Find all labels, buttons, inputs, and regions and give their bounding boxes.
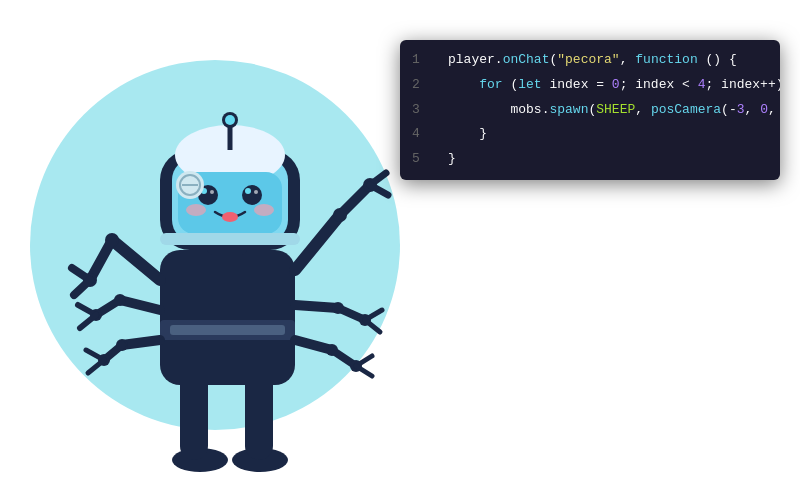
line-number: 3	[412, 100, 432, 121]
svg-point-13	[242, 185, 262, 205]
code-token: .	[495, 52, 503, 67]
code-token: }	[448, 126, 487, 141]
svg-line-43	[295, 215, 340, 270]
line-number: 1	[412, 50, 432, 71]
code-token: ; index++) {	[705, 77, 780, 92]
svg-rect-4	[160, 250, 295, 385]
svg-line-49	[295, 305, 338, 308]
code-token: ,	[620, 52, 636, 67]
svg-line-42	[88, 360, 104, 373]
code-token: mobs	[448, 102, 542, 117]
code-line: 2 for (let index = 0; index < 4; index++…	[400, 73, 780, 98]
svg-point-18	[186, 204, 206, 216]
code-token: }	[448, 151, 456, 166]
scene: 1player.onChat("pecora", function () {2 …	[0, 0, 800, 500]
code-token: let	[518, 77, 541, 92]
code-line: 1player.onChat("pecora", function () {	[400, 48, 780, 73]
code-token: spawn	[549, 102, 588, 117]
code-lines: 1player.onChat("pecora", function () {2 …	[400, 40, 780, 180]
code-token: () {	[698, 52, 737, 67]
code-line: 4 }	[400, 122, 780, 147]
svg-point-19	[254, 204, 274, 216]
code-token: SHEEP	[596, 102, 635, 117]
code-token: index =	[542, 77, 612, 92]
code-token: for	[448, 77, 503, 92]
code-line: 3 mobs.spawn(SHEEP, posCamera(-3, 0, 8))	[400, 98, 780, 123]
svg-point-16	[210, 190, 214, 194]
code-token: player	[448, 52, 495, 67]
code-token: 3	[737, 102, 745, 117]
svg-point-17	[254, 190, 258, 194]
robot-character	[60, 40, 400, 480]
svg-line-54	[365, 320, 380, 332]
svg-line-48	[370, 185, 388, 195]
code-token: ,	[768, 102, 780, 117]
svg-point-15	[245, 188, 251, 194]
svg-line-25	[112, 240, 160, 280]
line-content: }	[448, 149, 456, 170]
svg-rect-21	[160, 233, 300, 245]
svg-line-36	[80, 315, 96, 328]
line-content: player.onChat("pecora", function () {	[448, 50, 737, 71]
svg-rect-6	[170, 325, 285, 335]
line-number: 4	[412, 124, 432, 145]
code-token: ; index <	[620, 77, 698, 92]
svg-line-30	[74, 280, 90, 295]
code-token: 0	[760, 102, 768, 117]
line-number: 2	[412, 75, 432, 96]
svg-point-63	[225, 115, 235, 125]
line-content: for (let index = 0; index < 4; index++) …	[448, 75, 780, 96]
code-token: onChat	[503, 52, 550, 67]
line-content: }	[448, 124, 487, 145]
code-token: (-	[721, 102, 737, 117]
code-token: function	[635, 52, 697, 67]
code-token: "pecora"	[557, 52, 619, 67]
svg-line-31	[120, 300, 160, 310]
code-token: posCamera	[651, 102, 721, 117]
code-token: ,	[635, 102, 651, 117]
code-panel: 1player.onChat("pecora", function () {2 …	[400, 40, 780, 180]
code-token: (	[503, 77, 519, 92]
code-token: 0	[612, 77, 620, 92]
line-number: 5	[412, 149, 432, 170]
code-token: ,	[745, 102, 761, 117]
code-line: 5}	[400, 147, 780, 172]
line-content: mobs.spawn(SHEEP, posCamera(-3, 0, 8))	[448, 100, 780, 121]
svg-point-20	[222, 212, 238, 222]
